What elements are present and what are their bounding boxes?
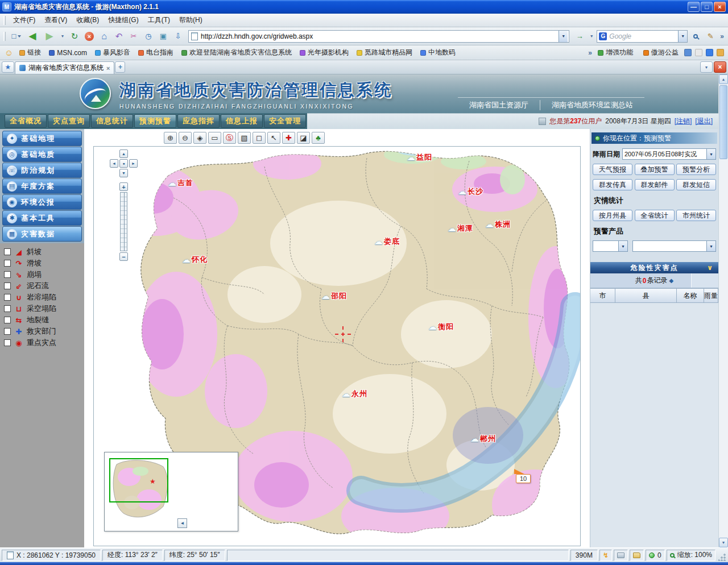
- toolbar-overflow-icon[interactable]: »: [718, 32, 726, 40]
- resize-grip[interactable]: [718, 553, 726, 561]
- favorites-panel-button[interactable]: [2, 61, 14, 73]
- zoom-in-button[interactable]: +: [119, 182, 128, 191]
- warning-analysis-button[interactable]: 预警分析: [676, 164, 716, 175]
- map-city-marker[interactable]: ☁ 衡阳: [428, 322, 454, 332]
- sidebar-prevention-planning[interactable]: ☏ 防治规划: [2, 163, 82, 178]
- layer-checkbox[interactable]: [4, 317, 11, 323]
- city-stats-button[interactable]: 市州统计: [676, 210, 716, 221]
- vertical-scrollbar[interactable]: [718, 74, 728, 547]
- product-type-select[interactable]: [593, 240, 628, 252]
- dropdown-arrow-icon[interactable]: [706, 241, 715, 251]
- layer-checkbox[interactable]: [4, 282, 11, 289]
- scroll-up-button[interactable]: [719, 74, 728, 84]
- pan-right-button[interactable]: ►: [129, 159, 138, 168]
- bulk-sms-button[interactable]: 群发短信: [676, 179, 716, 190]
- scrollbar-thumb[interactable]: [719, 85, 727, 159]
- pan-center-button[interactable]: ●: [119, 159, 128, 168]
- link-links-folder[interactable]: 链接: [15, 47, 45, 59]
- minimize-button[interactable]: —: [688, 2, 700, 12]
- province-stats-button[interactable]: 全省统计: [635, 210, 675, 221]
- map-view[interactable]: ☁ 吉首 ☁ 益阳 ☁ 长沙: [93, 146, 581, 546]
- monthly-county-stats-button[interactable]: 按月州县: [593, 210, 632, 221]
- tab-list-button[interactable]: [700, 61, 713, 73]
- gift-icon[interactable]: [717, 49, 724, 56]
- link-msn[interactable]: MSN.com: [45, 48, 91, 58]
- layer-checkbox[interactable]: [4, 260, 11, 267]
- map-tool-measure[interactable]: ▭: [208, 132, 221, 144]
- map-city-marker[interactable]: ☁ 吉首: [168, 178, 193, 188]
- danger-points-header[interactable]: 危险性灾害点 ∨: [590, 262, 718, 273]
- warning-flag-marker[interactable]: 10: [516, 474, 531, 483]
- new-page-button[interactable]: □: [10, 30, 23, 43]
- feedback-icon[interactable]: [684, 49, 692, 56]
- downloads-button[interactable]: [630, 550, 644, 561]
- nav-tab-security-management[interactable]: 安全管理: [264, 114, 306, 128]
- smiley-icon[interactable]: ☺: [5, 48, 13, 57]
- product-item-select[interactable]: [632, 240, 716, 252]
- undo-button[interactable]: ↶: [112, 30, 126, 43]
- table-header-cell[interactable]: 县: [615, 288, 677, 303]
- header-link-land-resources[interactable]: 湖南省国土资源厅: [458, 100, 540, 110]
- address-dropdown-icon[interactable]: [559, 31, 568, 42]
- address-bar[interactable]: http://dzzh.hndh.gov.cn/gridweb.aspx: [188, 30, 569, 43]
- layer-checkbox[interactable]: [4, 294, 11, 301]
- nav-tab-disaster-query[interactable]: 灾点查询: [48, 114, 90, 128]
- map-tool-eraser[interactable]: ◪: [297, 132, 310, 144]
- card-icon[interactable]: [695, 49, 702, 56]
- link-radio-guide[interactable]: 电台指南: [134, 47, 177, 59]
- sidebar-annual-plan[interactable]: ▤ 年度方案: [2, 178, 82, 194]
- ad-hunter-button[interactable]: ✂: [127, 30, 140, 43]
- search-button[interactable]: [689, 30, 702, 43]
- close-button[interactable]: ×: [714, 2, 726, 12]
- sidebar-basic-geography[interactable]: ✦ 基础地理: [2, 131, 82, 146]
- table-header-cell[interactable]: 名称: [677, 288, 704, 303]
- dropdown-arrow-icon[interactable]: [618, 241, 627, 251]
- layer-checkbox[interactable]: [4, 248, 11, 255]
- boost-button[interactable]: ↯: [599, 550, 612, 561]
- message-icon[interactable]: [706, 49, 713, 56]
- refresh-button[interactable]: ↻: [68, 30, 81, 43]
- dropdown-arrow-icon[interactable]: [706, 149, 715, 159]
- map-city-marker[interactable]: ☁ 邵阳: [321, 291, 347, 301]
- menu-item[interactable]: 查看(V): [40, 14, 72, 27]
- go-button[interactable]: →: [573, 30, 586, 43]
- map-city-marker[interactable]: ☁ 益阳: [407, 152, 432, 163]
- highlight-button[interactable]: ✎: [704, 30, 717, 43]
- nav-tab-emergency-command[interactable]: 应急指挥: [177, 114, 220, 128]
- zoom-control-cell[interactable]: 缩放: 100%: [667, 550, 715, 561]
- nav-tab-forecast-warning[interactable]: 预测预警: [134, 114, 176, 128]
- map-tool-zoom-out[interactable]: ⊖: [179, 132, 192, 144]
- history-dropdown-button[interactable]: ▼: [59, 30, 67, 43]
- link-maxthon-charity[interactable]: 傲游公益: [639, 47, 682, 59]
- sidebar-environment-bulletin[interactable]: ◉ 环境公报: [2, 194, 82, 210]
- exit-link[interactable]: [退出]: [695, 117, 713, 126]
- sidebar-basic-tools[interactable]: ✱ 基本工具: [2, 210, 82, 226]
- overview-collapse-button[interactable]: ◄: [177, 518, 187, 528]
- layer-checkbox[interactable]: [4, 271, 11, 278]
- zoom-out-button[interactable]: −: [119, 252, 128, 261]
- scrollbar-track[interactable]: [719, 84, 728, 538]
- rain-date-select[interactable]: 2007年05月05日08时实况: [622, 148, 716, 160]
- table-header-cell[interactable]: 雨量: [704, 288, 718, 303]
- link-baofeng[interactable]: 暴风影音: [91, 47, 134, 59]
- home-button[interactable]: ⌂: [97, 30, 111, 43]
- sort-diamond-icon[interactable]: ◆: [669, 277, 673, 284]
- bulk-email-button[interactable]: 群发邮件: [635, 179, 675, 190]
- map-city-marker[interactable]: ☁ 郴州: [470, 434, 496, 444]
- map-tool-zoom-in[interactable]: ⊕: [164, 132, 177, 144]
- tab-hunan-geo-system[interactable]: 湖南省地质灾害信息系统 ×: [15, 61, 114, 74]
- pan-down-button[interactable]: ▼: [119, 169, 128, 177]
- map-tool-full-extent[interactable]: Ⓢ: [223, 132, 236, 144]
- screen-capture-button[interactable]: ▣: [156, 30, 170, 43]
- nav-tab-info-report[interactable]: 信息上报: [221, 114, 263, 128]
- back-button[interactable]: ◀: [24, 30, 40, 43]
- map-city-marker[interactable]: ☁ 长沙: [458, 186, 483, 197]
- url-text[interactable]: http://dzzh.hndh.gov.cn/gridweb.aspx: [198, 32, 559, 40]
- menu-item[interactable]: 快捷组(G): [104, 14, 143, 27]
- menu-item[interactable]: 文件(F): [9, 14, 40, 27]
- layer-checkbox[interactable]: [4, 328, 11, 335]
- map-city-marker[interactable]: ☁ 湘潭: [448, 223, 473, 234]
- layer-checkbox[interactable]: [4, 305, 11, 312]
- menu-item[interactable]: 收藏(B): [72, 14, 104, 27]
- stop-button[interactable]: ×: [82, 30, 96, 43]
